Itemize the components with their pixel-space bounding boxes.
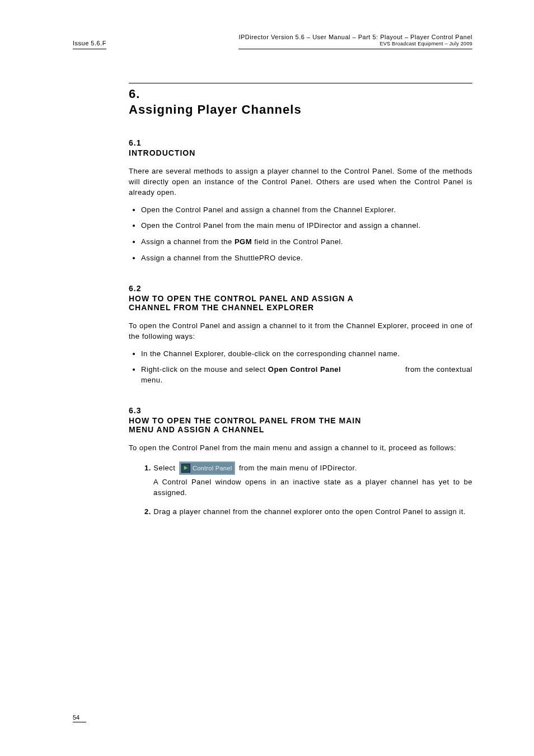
subsection-6-2-title-line1: HOW TO OPEN THE CONTROL PANEL AND ASSIGN…: [129, 294, 472, 303]
control-panel-button-label: Control Panel: [193, 465, 232, 472]
list-text-pre: Right-click on the mouse and select: [141, 365, 268, 374]
list-text-bold: Open Control Panel: [268, 365, 341, 374]
subsection-6-1-title: INTRODUCTION: [129, 148, 472, 157]
control-panel-button[interactable]: Control Panel: [179, 461, 236, 475]
subsection-6-3-number: 6.3: [129, 406, 472, 415]
bullet-list-6-2: In the Channel Explorer, double-click on…: [129, 349, 472, 386]
subsection-6-3-title-line2: MENU AND ASSIGN A CHANNEL: [129, 425, 472, 434]
list-item: Open the Control Panel from the main men…: [141, 221, 472, 231]
subsection-6-2-number: 6.2: [129, 284, 472, 293]
step-1-select-word: Select: [153, 464, 175, 472]
list-item: Assign a channel from the PGM field in t…: [141, 237, 472, 248]
list-text-pre: Assign a channel from the: [141, 237, 235, 246]
list-item: Right-click on the mouse and select Open…: [141, 365, 472, 386]
header-title-line1: IPDirector Version 5.6 – User Manual – P…: [238, 34, 472, 40]
section-top-rule: [129, 83, 472, 83]
content-area: 6. Assigning Player Channels 6.1 INTRODU…: [129, 83, 472, 516]
header-issue: Issue 5.6.F: [73, 40, 106, 46]
list-text-tail: menu.: [141, 376, 163, 384]
page-header: Issue 5.6.F IPDirector Version 5.6 – Use…: [73, 34, 472, 49]
page-number: 54: [73, 714, 86, 722]
step-2: 2. Drag a player channel from the channe…: [144, 506, 472, 516]
step-1-after-button: from the main menu of IPDirector.: [239, 464, 357, 472]
list-item: Assign a channel from the ShuttlePRO dev…: [141, 253, 472, 264]
step-1-label: 1.: [144, 464, 151, 472]
subsection-6-2-title-line2: CHANNEL FROM THE CHANNEL EXPLORER: [129, 303, 472, 312]
list-text-post: field in the Control Panel.: [252, 237, 343, 246]
list-item: Open the Control Panel and assign a chan…: [141, 205, 472, 216]
intro-6-3: To open the Control Panel from the main …: [129, 443, 472, 454]
intro-6-2: To open the Control Panel and assign a c…: [129, 321, 472, 342]
step-1: 1. Select Control Panel from the main me…: [144, 461, 472, 498]
list-text-bold: PGM: [235, 237, 252, 246]
section-title: Assigning Player Channels: [129, 102, 472, 117]
subsection-6-3-title-line1: HOW TO OPEN THE CONTROL PANEL FROM THE M…: [129, 416, 472, 425]
intro-6-1: There are several methods to assign a pl…: [129, 166, 472, 198]
header-right-rule: [238, 49, 472, 49]
step-2-label: 2.: [144, 507, 151, 516]
page: Issue 5.6.F IPDirector Version 5.6 – Use…: [0, 0, 534, 756]
header-left-block: Issue 5.6.F: [73, 40, 106, 49]
list-text-post: from the contextual: [405, 365, 472, 375]
svg-marker-0: [184, 466, 188, 470]
step-1-note: A Control Panel window opens in an inact…: [153, 477, 472, 498]
section-number: 6.: [129, 87, 472, 101]
bullet-list-6-1: Open the Control Panel and assign a chan…: [129, 205, 472, 264]
header-right-block: IPDirector Version 5.6 – User Manual – P…: [238, 34, 472, 49]
step-2-text: Drag a player channel from the channel e…: [153, 507, 466, 516]
header-left-rule: [73, 49, 106, 49]
list-item: In the Channel Explorer, double-click on…: [141, 349, 472, 360]
header-title-line2: EVS Broadcast Equipment – July 2009: [238, 41, 472, 46]
play-icon: [181, 464, 190, 473]
subsection-6-1-number: 6.1: [129, 138, 472, 147]
